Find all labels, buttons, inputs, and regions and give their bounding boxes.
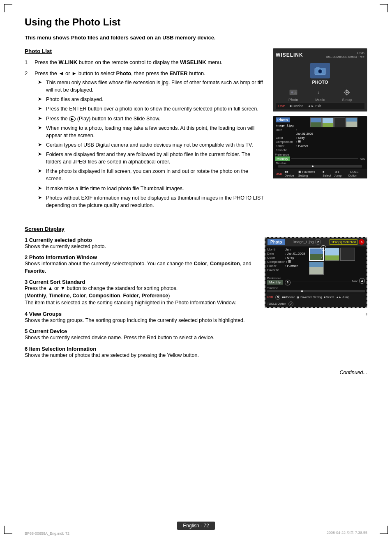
sd-item-5: 5 Current Device Shows the currently sel… [25, 328, 256, 342]
section2-heading: Screen Display [25, 226, 367, 232]
timeline-dot [312, 166, 314, 167]
header-center: image_1.jpg 2 [293, 239, 321, 245]
circle-7: 7 [288, 301, 293, 306]
screen-display-left: 1 Currently selected photo Shows the cur… [25, 237, 256, 363]
timeline-indicator [301, 290, 303, 292]
sd-item-1: 1 Currently selected photo Shows the cur… [25, 237, 256, 251]
svg-rect-11 [347, 94, 348, 95]
screen-display-right: Photo image_1.jpg 2 1File(s) Selected 6 [265, 237, 367, 363]
bottom-usb: USB [278, 104, 285, 108]
sd-item-3: 3 Current Sort Standard Press the ▲ or ▼… [25, 279, 256, 307]
circle-2: 2 [315, 239, 321, 245]
setup-label: Setup [341, 98, 353, 102]
wiselink-screen: WISELINK USB 851.98Mb/988.09MB Free [273, 48, 367, 112]
thumb-4 [346, 117, 357, 127]
large-screen-header: Photo image_1.jpg 2 1File(s) Selected 6 [265, 238, 367, 246]
bullet-item: ➤When moving to a photo, loading may tak… [38, 124, 265, 139]
bullet-item: ➤This menu only shows files whose file e… [38, 79, 265, 94]
large-sort-row: Preference Monthly 3 Nov 4 [265, 276, 367, 286]
thumb-3 [334, 117, 346, 127]
info-row: Color: Gray [276, 136, 309, 140]
bullet-item: ➤Photos without EXIF information may not… [38, 194, 265, 209]
svg-rect-3 [316, 67, 319, 69]
wiselink-bottom-bar: USB ■ Device ◄► Exit [276, 103, 364, 109]
circle-4: 4 [359, 278, 365, 284]
large-timeline-row: Timeline [265, 286, 367, 294]
step2-content: Press the ◄ or ► button to select Photo,… [35, 70, 265, 211]
info-month: Month Jan [267, 248, 308, 251]
photo-label: PHOTO [312, 80, 328, 85]
photo-tab-small: Photo [276, 117, 290, 122]
preference-label: Preference [267, 277, 281, 280]
photo-screen-main: Photo image_1.jpg Date: Jan.01.2008 Colo… [273, 116, 367, 152]
monthly-label: Monthly [267, 280, 283, 285]
thumb-highlighted: 1 1 [309, 248, 324, 261]
bullet-item: ➤If the photo is displayed in full scree… [38, 168, 265, 182]
small-info-panel: Photo image_1.jpg Date: Jan.01.2008 Colo… [276, 117, 309, 152]
step2-number: 2 [25, 70, 31, 211]
circle-3: 3 [285, 280, 291, 285]
intro-text: This menu shows Photo files and folders … [25, 34, 367, 41]
circle-6: 6 [359, 239, 364, 245]
bullet-list: ➤This menu only shows files whose file e… [38, 79, 265, 209]
bullet-item: ➤Press the ▶ (Play) button to start the … [38, 115, 265, 122]
bottom-exit: ◄► Exit [307, 104, 321, 108]
page-title: Using the Photo List [25, 16, 367, 28]
large-filename: image_1.jpg [293, 240, 314, 244]
photo-screen-top: Photo image_1.jpg Date: Jan.01.2008 Colo… [273, 116, 367, 152]
info-row: Folder: P-other [276, 144, 309, 148]
wiselink-header: WISELINK USB 851.98Mb/988.09MB Free [276, 51, 364, 59]
small-filename: image_1.jpg [276, 124, 309, 127]
step1-number: 1 [25, 59, 31, 65]
sort-bar-small: Preference [273, 152, 367, 156]
thumb-4 [309, 262, 324, 275]
wiselink-usb: USB [326, 51, 364, 55]
screen-display-two-col: 1 Currently selected photo Shows the cur… [25, 237, 367, 363]
photo-bottom-bar-small: USB ■■ Device ▣ Favorites Setting ■ Sele… [273, 169, 367, 178]
svg-point-5 [291, 92, 293, 94]
timeline-label: Timeline [267, 287, 365, 290]
bullet-item: ➤Photo files are displayed. [38, 96, 265, 103]
thumb-3 [340, 248, 355, 261]
photo-center: PHOTO [276, 60, 364, 86]
large-info-panel: Month Jan Date : Jan.01.2008 Color : Gra… [267, 248, 308, 275]
bottom-device: ■ Device [289, 104, 303, 108]
sd-item-6: 6 Item Selection Information Shows the n… [25, 346, 256, 359]
large-screen-bottom: USB 5 ■■ Device ▣ Favorites Setting ■ Se… [265, 294, 367, 307]
bullet-item: ➤Folders are displayed first and they ar… [38, 151, 265, 166]
wiselink-storage: 851.98Mb/988.09MB Free [326, 55, 364, 59]
wiselink-photo-icon: Photo [288, 88, 299, 102]
header-right: 1File(s) Selected 6 [330, 239, 364, 245]
corner-mark-tl [4, 4, 12, 12]
sd-item-4: 4 View Groups Shows the sorting groups. … [25, 311, 256, 324]
section1-heading: Photo List [25, 48, 265, 54]
svg-rect-10 [347, 90, 348, 90]
photo-large-screen: Photo image_1.jpg 2 1File(s) Selected 6 [265, 237, 367, 308]
bullet-item: ➤It make take a little time to load phot… [38, 185, 265, 192]
continued-label: Continued... [25, 370, 367, 375]
screen-display-section: Screen Display 1 Currently selected phot… [25, 226, 367, 376]
timeline-small: Timeline [273, 161, 367, 169]
info-row: Composition: ☰ [276, 140, 309, 144]
info-row: Favorite [276, 148, 309, 152]
large-thumb-row: 1 1 [309, 248, 365, 275]
music-label: Music [314, 98, 326, 102]
photo-camera-icon [310, 63, 330, 78]
corner-mark-tr [380, 4, 388, 12]
step-1: 1 Press the W.LINK button on the remote … [25, 59, 265, 65]
thumb-2 [325, 248, 339, 261]
bullet-item: ➤Press the ENTER button over a photo ico… [38, 105, 265, 113]
selected-label: 1File(s) Selected [330, 239, 357, 245]
wiselink-music-icon: ♪ Music [314, 88, 326, 102]
file-info: BP68-00658A_Eng.indb 72 [25, 531, 69, 536]
wiselink-icons-row: Photo ♪ Music [276, 86, 364, 103]
wiselink-title: WISELINK [276, 52, 303, 58]
sort-monthly-small: Monthly Nov [273, 156, 367, 161]
large-screen-body: Month Jan Date : Jan.01.2008 Color : Gra… [265, 246, 367, 276]
step1-content: Press the W.LINK button on the remote co… [35, 59, 265, 65]
wiselink-setup-icon: Setup [341, 88, 353, 102]
step-2: 2 Press the ◄ or ► button to select Phot… [25, 70, 265, 211]
timeline-bar [278, 165, 362, 168]
large-thumbs-area: 1 1 [309, 248, 365, 275]
svg-rect-12 [344, 92, 345, 93]
